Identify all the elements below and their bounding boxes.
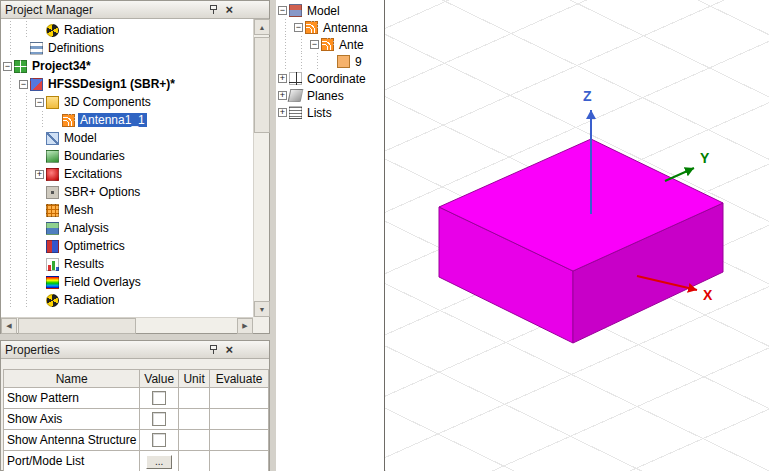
column-header-unit: Unit (179, 370, 210, 388)
panel-buttons: × (209, 4, 233, 16)
project-manager-titlebar: Project Manager × (1, 1, 269, 19)
plus-expander-icon[interactable] (35, 170, 44, 179)
magenta-box-object[interactable] (439, 139, 723, 343)
property-unit-cell (179, 409, 210, 430)
y-axis-arrow (665, 168, 694, 181)
minus-expander-icon[interactable] (310, 40, 319, 49)
tree-item-antenna-child[interactable]: Ante (276, 36, 384, 53)
property-row-port-mode-list: Port/Mode List ... (4, 451, 269, 471)
scroll-right-button[interactable]: ▶ (237, 318, 253, 334)
modeler-3d-viewport[interactable]: Z Y X (384, 0, 769, 471)
z-axis-label: Z (583, 88, 592, 104)
tree-item-model[interactable]: Model (1, 129, 253, 147)
minus-expander-icon[interactable] (3, 62, 12, 71)
sbr-options-icon (46, 186, 59, 199)
model-icon (46, 132, 59, 145)
close-icon[interactable]: × (225, 4, 233, 16)
tree-item-radiation[interactable]: Radiation (1, 291, 253, 309)
property-row-show-pattern: Show Pattern (4, 388, 269, 409)
project-icon (14, 60, 27, 73)
property-unit-cell (179, 388, 210, 409)
pin-icon[interactable] (209, 4, 218, 16)
tree-item-planes[interactable]: Planes (276, 87, 384, 104)
project-tree-area: Radiation Definitions Project34* HFSSDes… (1, 19, 269, 333)
properties-title: Properties (5, 343, 209, 357)
mesh-icon (46, 204, 59, 217)
antenna-icon (305, 21, 318, 34)
property-name-cell: Show Antenna Structure (4, 430, 140, 451)
show-antenna-structure-checkbox[interactable] (152, 433, 166, 447)
tree-item-boundaries[interactable]: Boundaries (1, 147, 253, 165)
property-value-cell (140, 409, 179, 430)
property-row-show-axis: Show Axis (4, 409, 269, 430)
close-icon[interactable]: × (225, 344, 233, 356)
minus-expander-icon[interactable] (278, 6, 287, 15)
tree-item-field-overlays[interactable]: Field Overlays (1, 273, 253, 291)
property-value-cell (140, 388, 179, 409)
definitions-icon (30, 42, 43, 55)
plus-expander-icon[interactable] (278, 108, 287, 117)
model-node-icon (289, 4, 302, 17)
tree-item-lists[interactable]: Lists (276, 104, 384, 121)
property-value-cell (140, 430, 179, 451)
plus-expander-icon[interactable] (278, 91, 287, 100)
field-overlays-icon (46, 276, 59, 289)
panel-buttons: × (209, 344, 233, 356)
hfss-design-icon (30, 78, 43, 91)
minus-expander-icon[interactable] (294, 23, 303, 32)
radiation-icon (46, 294, 59, 307)
plus-expander-icon[interactable] (278, 74, 287, 83)
project-tree: Radiation Definitions Project34* HFSSDes… (1, 19, 253, 317)
tree-item-antenna[interactable]: Antenna (276, 19, 384, 36)
tree-item-radiation-top[interactable]: Radiation (1, 21, 253, 39)
minus-expander-icon[interactable] (19, 80, 28, 89)
antenna-icon (321, 38, 334, 51)
horizontal-scrollbar[interactable]: ◀ ▶ (1, 317, 253, 333)
minus-expander-icon[interactable] (35, 98, 44, 107)
vertical-scroll-thumb[interactable] (254, 37, 270, 133)
excitations-icon (46, 168, 59, 181)
property-evaluate-cell (210, 388, 269, 409)
tree-item-analysis[interactable]: Analysis (1, 219, 253, 237)
tree-item-optimetrics[interactable]: Optimetrics (1, 237, 253, 255)
selected-tree-label: Antenna1_1 (78, 113, 147, 127)
tree-item-project34[interactable]: Project34* (1, 57, 253, 75)
tree-item-definitions[interactable]: Definitions (1, 39, 253, 57)
properties-titlebar: Properties × (1, 341, 269, 359)
property-unit-cell (179, 451, 210, 471)
tree-item-sbr-options[interactable]: SBR+ Options (1, 183, 253, 201)
planes-icon (288, 89, 304, 102)
analysis-icon (46, 222, 59, 235)
property-value-cell: ... (140, 451, 179, 471)
port-mode-list-button[interactable]: ... (146, 455, 172, 469)
show-pattern-checkbox[interactable] (152, 391, 166, 405)
pin-icon[interactable] (209, 344, 218, 356)
tree-item-3d-components[interactable]: 3D Components (1, 93, 253, 111)
tree-item-sheet[interactable]: 9 (276, 53, 384, 70)
folder-icon (46, 96, 59, 109)
property-name-cell: Port/Mode List (4, 451, 140, 471)
column-header-evaluate: Evaluate (210, 370, 269, 388)
tree-item-model-root[interactable]: Model (276, 2, 384, 19)
tree-item-excitations[interactable]: Excitations (1, 165, 253, 183)
tree-item-results[interactable]: Results (1, 255, 253, 273)
tree-item-coordinate-systems[interactable]: Coordinate (276, 70, 384, 87)
x-axis-label: X (703, 287, 713, 303)
radiation-icon (46, 24, 59, 37)
tree-item-hfssdesign1[interactable]: HFSSDesign1 (SBR+)* (1, 75, 253, 93)
tree-item-antenna1-1[interactable]: Antenna1_1 (1, 111, 253, 129)
show-axis-checkbox[interactable] (152, 412, 166, 426)
scroll-left-button[interactable]: ◀ (1, 318, 17, 334)
horizontal-scroll-thumb[interactable] (18, 318, 136, 334)
property-unit-cell (179, 430, 210, 451)
boundaries-icon (46, 150, 59, 163)
tree-item-mesh[interactable]: Mesh (1, 201, 253, 219)
property-evaluate-cell (210, 430, 269, 451)
scroll-down-button[interactable]: ▼ (254, 301, 270, 317)
optimetrics-icon (46, 240, 59, 253)
properties-table: Name Value Unit Evaluate Show Pattern Sh… (3, 369, 269, 471)
scroll-up-button[interactable]: ▲ (254, 19, 270, 35)
antenna-component-icon (62, 114, 75, 127)
property-evaluate-cell (210, 451, 269, 471)
vertical-scrollbar[interactable]: ▲ ▼ (253, 19, 269, 317)
